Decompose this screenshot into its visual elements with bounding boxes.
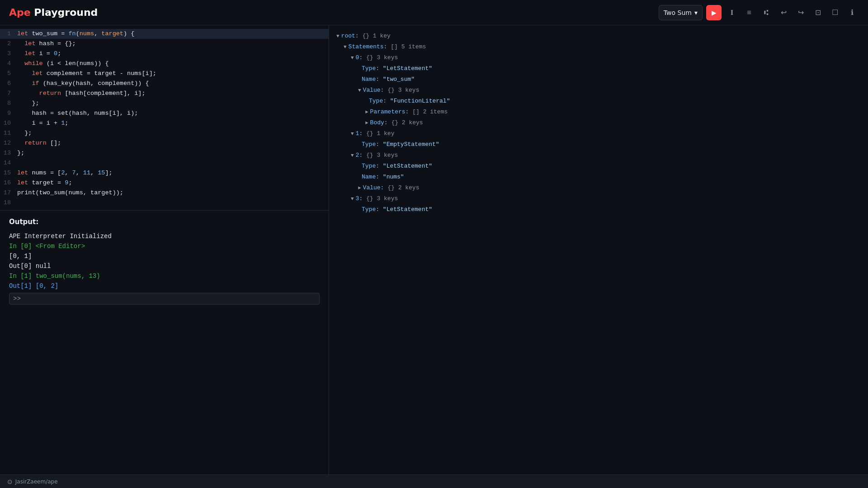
- tree-toggle-icon: ▼: [351, 129, 354, 139]
- table-row: 10 i = i + 1;: [0, 118, 329, 128]
- copy-icon: ⊡: [815, 8, 821, 17]
- output-label: Output:: [9, 218, 320, 226]
- tree-node-statements[interactable]: ▼ Statements: [] 5 items: [336, 42, 861, 52]
- table-row: 13 };: [0, 148, 329, 158]
- info-icon: ℹ: [851, 8, 854, 17]
- line-number: 14: [0, 159, 17, 168]
- snippet-selector[interactable]: Two Sum ▾: [659, 5, 703, 20]
- share-button[interactable]: ⑆: [760, 6, 773, 19]
- run-button[interactable]: ▶: [706, 5, 722, 20]
- github-icon: ⊙: [7, 478, 13, 485]
- table-row: 6 if (has_key(hash, complement)) {: [0, 79, 329, 89]
- line-number: 9: [0, 109, 17, 118]
- tree-value: "two_sum": [383, 75, 415, 84]
- tree-toggle-icon: ▼: [351, 150, 354, 160]
- output-line-init: APE Interpreter Initialized: [9, 231, 320, 241]
- ast-panel: ▼ root: {} 1 key ▼ Statements: [] 5 item…: [329, 25, 868, 474]
- tree-toggle-icon: ▼: [344, 42, 347, 52]
- tree-node-type-2: Type: "LetStatement": [336, 161, 861, 172]
- logo-ape: Ape: [9, 7, 31, 18]
- tree-badge: {} 3 keys: [366, 150, 398, 160]
- settings-icon: ≡: [747, 9, 751, 17]
- info-button[interactable]: ℹ: [845, 6, 859, 19]
- header-controls: Two Sum ▾ ▶ 𝐈 ≡ ⑆ ↩ ↪ ⊡ ☐ ℹ: [659, 5, 859, 20]
- line-number: 13: [0, 149, 17, 158]
- line-code: };: [17, 129, 32, 138]
- table-row: 4 while (i < len(nums)) {: [0, 59, 329, 69]
- tree-node-body[interactable]: ► Body: {} 2 keys: [336, 117, 861, 128]
- line-number: 17: [0, 188, 17, 197]
- tree-toggle-icon: ▼: [351, 53, 354, 63]
- tree-toggle-icon: ▼: [336, 31, 340, 41]
- line-code: let i = 0;: [17, 49, 61, 58]
- repl-input-line[interactable]: >>: [9, 293, 320, 305]
- redo-button[interactable]: ↪: [794, 6, 807, 19]
- tree-node-type-0: Type: "LetStatement": [336, 63, 861, 74]
- github-user: JasirZaeem/ape: [15, 479, 58, 485]
- tree-node-name-0: Name: "two_sum": [336, 74, 861, 85]
- tree-badge: {} 2 keys: [391, 118, 423, 128]
- tree-node-value-2[interactable]: ► Value: {} 2 keys: [336, 183, 861, 193]
- tree-node-root[interactable]: ▼ root: {} 1 key: [336, 31, 861, 42]
- output-panel: Output: APE Interpreter Initialized In […: [0, 211, 329, 474]
- footer-github-link[interactable]: ⊙ JasirZaeem/ape: [7, 478, 58, 485]
- tree-key: Name:: [362, 75, 379, 84]
- tree-node-1[interactable]: ▼ 1: {} 1 key: [336, 128, 861, 139]
- footer: ⊙ JasirZaeem/ape: [0, 474, 868, 488]
- table-row: 7 return [hash[complement], i];: [0, 89, 329, 99]
- line-code: let two_sum = fn(nums, target) {: [17, 29, 134, 38]
- code-editor[interactable]: 1 let two_sum = fn(nums, target) { 2 let…: [0, 25, 329, 211]
- tree-value: "nums": [383, 172, 404, 182]
- table-row: 17 print(two_sum(nums, target));: [0, 188, 329, 198]
- format-icon: 𝐈: [731, 9, 733, 17]
- new-icon: ☐: [832, 8, 838, 17]
- copy-button[interactable]: ⊡: [811, 6, 825, 19]
- line-number: 1: [0, 29, 17, 38]
- tree-node-0[interactable]: ▼ 0: {} 3 keys: [336, 52, 861, 63]
- table-row: 12 return [];: [0, 138, 329, 148]
- tree-node-parameters[interactable]: ► Parameters: [] 2 items: [336, 107, 861, 117]
- table-row: 15 let nums = [2, 7, 11, 15];: [0, 168, 329, 178]
- snippet-name: Two Sum: [664, 9, 692, 16]
- tree-key: Value:: [363, 183, 384, 193]
- left-panel: 1 let two_sum = fn(nums, target) { 2 let…: [0, 25, 329, 474]
- tree-key: root:: [341, 31, 359, 41]
- tree-key: Body:: [370, 118, 388, 128]
- line-code: let target = 9;: [17, 178, 72, 188]
- tree-badge: {} 3 keys: [366, 53, 398, 63]
- format-button[interactable]: 𝐈: [725, 6, 739, 19]
- new-button[interactable]: ☐: [828, 6, 842, 19]
- tree-toggle-icon: ▼: [351, 194, 354, 204]
- tree-key: 2:: [356, 150, 363, 160]
- tree-key: Type:: [362, 64, 379, 74]
- share-icon: ⑆: [764, 9, 769, 17]
- tree-node-value-0[interactable]: ▼ Value: {} 3 keys: [336, 85, 861, 96]
- tree-node-3[interactable]: ▼ 3: {} 3 keys: [336, 193, 861, 204]
- tree-node-2[interactable]: ▼ 2: {} 3 keys: [336, 150, 861, 161]
- tree-key: Type:: [362, 140, 379, 150]
- tree-toggle-icon: ►: [365, 107, 368, 117]
- tree-value: "FunctionLiteral": [390, 96, 450, 106]
- repl-input[interactable]: [24, 295, 316, 302]
- tree-badge: [] 2 items: [412, 107, 448, 117]
- tree-key: Value:: [363, 85, 384, 95]
- line-code: let nums = [2, 7, 11, 15];: [17, 169, 113, 178]
- tree-node-type-3: Type: "LetStatement": [336, 204, 861, 215]
- output-line-out0: Out[0] null: [9, 261, 320, 271]
- settings-button[interactable]: ≡: [742, 6, 756, 19]
- output-line-out1: Out[1] [0, 2]: [9, 281, 320, 291]
- run-icon: ▶: [712, 9, 717, 16]
- line-number: 12: [0, 139, 17, 148]
- line-number: 16: [0, 178, 17, 188]
- line-code: return [];: [17, 139, 61, 148]
- line-number: 6: [0, 79, 17, 88]
- line-code: if (has_key(hash, complement)) {: [17, 79, 149, 88]
- table-row: 2 let hash = {};: [0, 39, 329, 49]
- tree-toggle-icon: ►: [365, 118, 368, 128]
- tree-key: 3:: [356, 194, 363, 204]
- tree-key: Type:: [362, 161, 379, 171]
- main-content: 1 let two_sum = fn(nums, target) { 2 let…: [0, 25, 868, 474]
- line-code: print(two_sum(nums, target));: [17, 188, 123, 197]
- undo-button[interactable]: ↩: [777, 6, 790, 19]
- table-row: 14: [0, 158, 329, 168]
